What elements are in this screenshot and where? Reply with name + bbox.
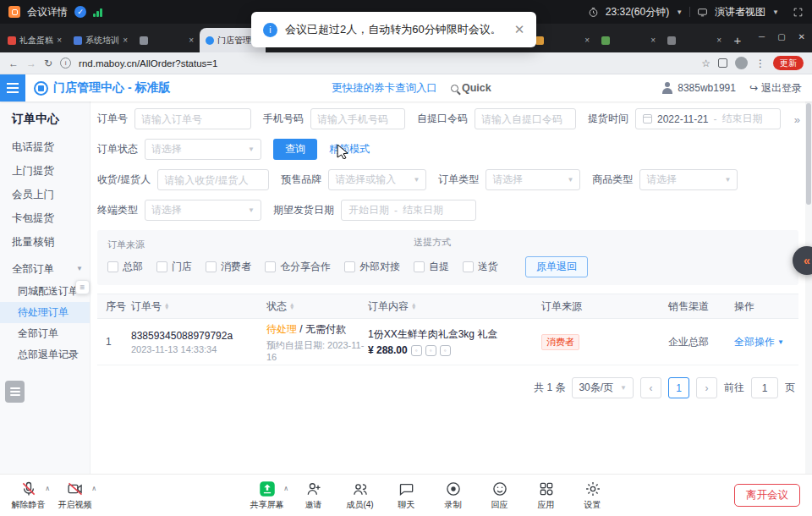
search-button[interactable]: 查询 (273, 139, 317, 160)
bookmark-star-icon[interactable]: ☆ (701, 58, 710, 69)
checkbox-source-external[interactable]: 外部对接 (344, 260, 400, 274)
video-options-caret-icon[interactable]: ∧ (91, 485, 96, 492)
record-button[interactable]: 录制 (430, 478, 476, 511)
meeting-details-button[interactable]: 会议详情 (27, 5, 68, 19)
site-info-icon[interactable]: i (60, 58, 71, 69)
view-mode-selector[interactable]: 演讲者视图 (715, 5, 765, 19)
toast-close-icon[interactable]: ✕ (514, 22, 525, 37)
receiver-input[interactable] (157, 169, 269, 190)
quick-search[interactable]: Quick (451, 82, 491, 94)
ship-date-range[interactable]: 开始日期 - 结束日期 (341, 200, 476, 221)
order-status-select[interactable]: 请选择 ▼ (145, 139, 261, 160)
sidebar-group-all-orders[interactable]: 全部订单 ▼ (0, 257, 90, 281)
browser-tab[interactable]: 礼盒蛋糕平台管理中心 × (2, 28, 68, 52)
checkbox-source-store[interactable]: 门店 (156, 260, 192, 274)
simple-mode-link[interactable]: 精简模式 (329, 142, 370, 156)
browser-profile-avatar[interactable] (735, 57, 748, 69)
presale-brand-select[interactable]: 请选择或输入 ▼ (328, 169, 426, 190)
sidebar-item-pending-orders[interactable]: 待处理订单 (0, 302, 90, 323)
timer-dropdown-icon[interactable]: ▼ (676, 8, 683, 16)
fullscreen-icon[interactable] (793, 7, 804, 18)
browser-tab[interactable]: × (134, 28, 200, 52)
original-order-return-button[interactable]: 原单退回 (525, 256, 588, 277)
browser-tab[interactable]: × (529, 28, 595, 52)
floating-list-button[interactable] (5, 381, 25, 403)
tab-close-icon[interactable]: × (57, 36, 62, 45)
tab-close-icon[interactable]: × (189, 36, 194, 45)
tab-close-icon[interactable]: × (716, 36, 721, 45)
refresh-icon[interactable]: ↻ (44, 58, 52, 69)
sidebar-toggle-button[interactable] (0, 74, 25, 102)
pickup-code-input[interactable] (475, 108, 576, 129)
col-order-no[interactable]: 订单号▲▼ (131, 299, 266, 314)
url-text[interactable]: rnd.maboy.cn/AllOrder?status=1 (79, 58, 694, 69)
sidebar-item-card-pickup[interactable]: 卡包提货 (0, 206, 90, 230)
video-button[interactable]: 开启视频 ∧ (52, 478, 98, 511)
leave-meeting-button[interactable]: 离开会议 (734, 484, 800, 507)
checkbox-source-hq[interactable]: 总部 (107, 260, 143, 274)
share-options-caret-icon[interactable]: ∧ (283, 485, 288, 492)
order-no-input[interactable] (134, 108, 251, 129)
goto-page-input[interactable] (751, 377, 778, 398)
browser-tab[interactable]: 系统培训学习 × (68, 28, 134, 52)
browser-tab[interactable]: × (595, 28, 661, 52)
sidebar-item-batch-verify[interactable]: 批量核销 (0, 230, 90, 254)
window-maximize-icon[interactable]: ▢ (777, 32, 785, 41)
members-button[interactable]: 成员(4) (337, 478, 383, 511)
scrollbar-thumb[interactable] (806, 103, 811, 205)
invite-button[interactable]: 邀请 (290, 478, 337, 511)
page-number-button[interactable]: 1 (668, 377, 689, 398)
checkbox-source-consumer[interactable]: 消费者 (206, 260, 251, 274)
apps-button[interactable]: 应用 (523, 478, 569, 511)
user-menu[interactable]: 8385wb1991 (661, 82, 736, 94)
back-icon[interactable]: ← (8, 58, 19, 69)
product-type-select[interactable]: 请选择 ▼ (639, 169, 738, 190)
tab-close-icon[interactable]: × (584, 36, 590, 45)
browser-update-button[interactable]: 更新 (773, 56, 804, 70)
chat-button[interactable]: 聊天 (383, 478, 430, 511)
checkbox-source-warehouse-share[interactable]: 仓分享合作 (265, 260, 331, 274)
sidebar-item-member-visit[interactable]: 会员上门 (0, 183, 90, 206)
window-minimize-icon[interactable]: ─ (759, 32, 765, 41)
checkbox-delivery-ship[interactable]: 送货 (463, 260, 498, 274)
sort-icon[interactable]: ▲▼ (164, 303, 169, 310)
coupon-query-link[interactable]: 更快捷的券卡查询入口 (332, 81, 437, 96)
checkbox-delivery-selfpickup[interactable]: 自提 (414, 260, 449, 274)
settings-button[interactable]: 设置 (569, 478, 616, 511)
share-screen-button[interactable]: 共享屏幕 ∧ (244, 478, 290, 511)
window-close-icon[interactable]: ✕ (798, 32, 805, 41)
sort-icon[interactable]: ▲▼ (411, 303, 416, 310)
sidebar-item-door-pickup[interactable]: 上门提货 (0, 159, 90, 183)
tab-close-icon[interactable]: × (650, 36, 656, 45)
order-type-select[interactable]: 请选择 ▼ (486, 169, 580, 190)
meeting-security-icon[interactable]: ✓ (74, 6, 86, 18)
next-page-button[interactable]: › (696, 377, 717, 398)
tab-close-icon[interactable]: × (123, 36, 128, 45)
prev-page-button[interactable]: ‹ (640, 377, 661, 398)
row-actions-dropdown[interactable]: 全部操作▼ (734, 335, 802, 349)
sidebar-item-hq-refund-records[interactable]: 总部退单记录 (0, 344, 90, 365)
phone-input[interactable] (310, 108, 405, 129)
sidebar-drag-handle[interactable]: ≡ (75, 280, 90, 294)
network-signal-icon[interactable] (93, 8, 102, 17)
terminal-type-select[interactable]: 请选择 ▼ (145, 200, 261, 221)
extensions-icon[interactable] (718, 58, 727, 68)
mute-options-caret-icon[interactable]: ∧ (45, 485, 50, 492)
forward-icon[interactable]: → (26, 58, 36, 69)
sort-icon[interactable]: ▲▼ (289, 303, 294, 310)
order-number[interactable]: 83859345088979792a (131, 330, 266, 342)
col-content[interactable]: 订单内容▲▼ (368, 299, 541, 314)
react-button[interactable]: 回应 (476, 478, 523, 511)
mute-button[interactable]: 解除静音 ∧ (5, 478, 52, 511)
view-mode-dropdown-icon[interactable]: ▼ (772, 8, 779, 16)
page-size-select[interactable]: 30条/页 ▼ (572, 377, 634, 398)
sidebar-item-phone-pickup[interactable]: 电话提货 (0, 135, 90, 159)
new-tab-button[interactable]: + (727, 30, 748, 50)
pickup-time-range[interactable]: 2022-11-21 - 结束日期 (635, 108, 781, 129)
meeting-timer[interactable]: 23:32(60分钟) (606, 5, 669, 19)
panel-collapse-icon[interactable]: » (794, 113, 800, 126)
browser-menu-icon[interactable]: ⋮ (755, 58, 765, 69)
browser-tab[interactable]: × (661, 28, 727, 52)
col-status[interactable]: 状态▲▼ (266, 299, 368, 314)
logout-button[interactable]: ↪ 退出登录 (749, 81, 802, 96)
